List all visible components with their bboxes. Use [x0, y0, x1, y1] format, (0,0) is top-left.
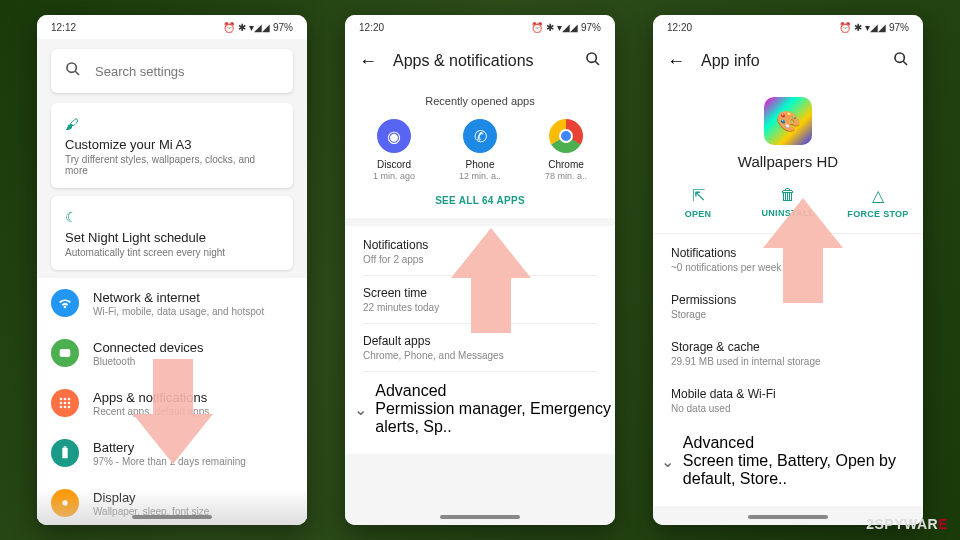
svg-point-7: [68, 402, 71, 405]
chevron-down-icon: ⌄: [653, 452, 683, 471]
status-bar: 12:12 ⏰ ✱ ▾◢◢97%: [37, 15, 307, 39]
settings-item-batt[interactable]: Battery97% - More than 2 days remaining: [37, 428, 307, 478]
nav-bar[interactable]: [748, 515, 828, 519]
search-settings[interactable]: Search settings: [51, 49, 293, 93]
svg-point-4: [68, 398, 71, 401]
search-placeholder: Search settings: [95, 64, 185, 79]
status-icons: ⏰ ✱ ▾◢◢: [531, 22, 578, 33]
status-battery: 97%: [581, 22, 601, 33]
watermark: 2SPYWARE: [866, 516, 948, 532]
option-row[interactable]: Screen time22 minutes today: [345, 276, 615, 323]
open-button[interactable]: ⇱ OPEN: [653, 186, 743, 219]
svg-point-2: [60, 398, 63, 401]
app-bar: ← Apps & notifications: [345, 39, 615, 83]
svg-point-9: [64, 406, 67, 409]
phone-settings-main: 12:12 ⏰ ✱ ▾◢◢97% Search settings 🖌 Custo…: [37, 15, 307, 525]
page-title: App info: [701, 52, 877, 70]
status-icons: ⏰ ✱ ▾◢◢: [839, 22, 886, 33]
app-icon: [549, 119, 583, 153]
options-section: NotificationsOff for 2 appsScreen time22…: [345, 226, 615, 454]
svg-point-10: [68, 406, 71, 409]
app-icon: ◉: [377, 119, 411, 153]
suggestion-night-light[interactable]: ☾ Set Night Light schedule Automatically…: [51, 196, 293, 270]
grid-icon: [51, 389, 79, 417]
svg-point-14: [587, 53, 596, 62]
page-title: Apps & notifications: [393, 52, 569, 70]
status-battery: 97%: [273, 22, 293, 33]
brush-icon: 🖌: [65, 116, 79, 132]
nav-bar[interactable]: [132, 515, 212, 519]
app-header: 🎨 Wallpapers HD: [653, 83, 923, 180]
trash-icon: 🗑: [743, 186, 833, 204]
open-icon: ⇱: [653, 186, 743, 205]
settings-list: Network & internetWi-Fi, mobile, data us…: [37, 278, 307, 525]
recent-apps-label: Recently opened apps: [345, 95, 615, 107]
option-row[interactable]: Default appsChrome, Phone, and Messages: [345, 324, 615, 371]
svg-rect-12: [64, 446, 67, 447]
status-time: 12:20: [667, 22, 692, 33]
svg-point-5: [60, 402, 63, 405]
wifi-icon: [51, 289, 79, 317]
nav-bar[interactable]: [440, 515, 520, 519]
svg-rect-1: [60, 349, 71, 357]
status-time: 12:12: [51, 22, 76, 33]
settings-item-link[interactable]: Connected devicesBluetooth: [37, 328, 307, 378]
search-icon: [65, 61, 81, 81]
chevron-down-icon: ⌄: [345, 400, 375, 419]
svg-rect-11: [62, 448, 67, 459]
recent-app-chrome[interactable]: Chrome 78 min. a..: [531, 119, 601, 181]
suggestion-customize[interactable]: 🖌 Customize your Mi A3 Try different sty…: [51, 103, 293, 188]
app-bar: ← App info: [653, 39, 923, 83]
search-icon[interactable]: [893, 51, 909, 71]
phone-app-info: 12:20 ⏰ ✱ ▾◢◢97% ← App info 🎨 Wallpapers…: [653, 15, 923, 525]
status-battery: 97%: [889, 22, 909, 33]
app-icon: 🎨: [764, 97, 812, 145]
batt-icon: [51, 439, 79, 467]
moon-icon: ☾: [65, 209, 78, 225]
option-row[interactable]: NotificationsOff for 2 apps: [345, 228, 615, 275]
svg-point-8: [60, 406, 63, 409]
app-name: Wallpapers HD: [653, 153, 923, 170]
uninstall-button[interactable]: 🗑 UNINSTALL: [743, 186, 833, 219]
status-bar: 12:20 ⏰ ✱ ▾◢◢97%: [345, 15, 615, 39]
status-time: 12:20: [359, 22, 384, 33]
option-row[interactable]: Mobile data & Wi-FiNo data used: [653, 377, 923, 424]
svg-point-0: [67, 63, 76, 72]
option-row[interactable]: Storage & cache29.91 MB used in internal…: [653, 330, 923, 377]
advanced-row[interactable]: ⌄AdvancedScreen time, Battery, Open by d…: [653, 424, 923, 498]
svg-point-15: [895, 53, 904, 62]
settings-item-wifi[interactable]: Network & internetWi-Fi, mobile, data us…: [37, 278, 307, 328]
back-icon[interactable]: ←: [667, 51, 685, 72]
status-icons: ⏰ ✱ ▾◢◢: [223, 22, 270, 33]
search-icon[interactable]: [585, 51, 601, 71]
recent-app-phone[interactable]: ✆ Phone 12 min. a..: [445, 119, 515, 181]
svg-point-6: [64, 402, 67, 405]
option-row[interactable]: PermissionsStorage: [653, 283, 923, 330]
app-icon: ✆: [463, 119, 497, 153]
phone-apps-notifications: 12:20 ⏰ ✱ ▾◢◢97% ← Apps & notifications …: [345, 15, 615, 525]
back-icon[interactable]: ←: [359, 51, 377, 72]
svg-point-3: [64, 398, 67, 401]
force-stop-button[interactable]: △ FORCE STOP: [833, 186, 923, 219]
recent-apps-section: Recently opened apps ◉ Discord 1 min. ag…: [345, 83, 615, 218]
see-all-apps-button[interactable]: SEE ALL 64 APPS: [345, 181, 615, 210]
settings-item-grid[interactable]: Apps & notificationsRecent apps, default…: [37, 378, 307, 428]
action-row: ⇱ OPEN 🗑 UNINSTALL △ FORCE STOP: [653, 180, 923, 234]
advanced-row[interactable]: ⌄AdvancedPermission manager, Emergency a…: [345, 372, 615, 446]
status-bar: 12:20 ⏰ ✱ ▾◢◢97%: [653, 15, 923, 39]
recent-app-discord[interactable]: ◉ Discord 1 min. ago: [359, 119, 429, 181]
warning-icon: △: [833, 186, 923, 205]
option-row[interactable]: Notifications~0 notifications per week: [653, 236, 923, 283]
link-icon: [51, 339, 79, 367]
